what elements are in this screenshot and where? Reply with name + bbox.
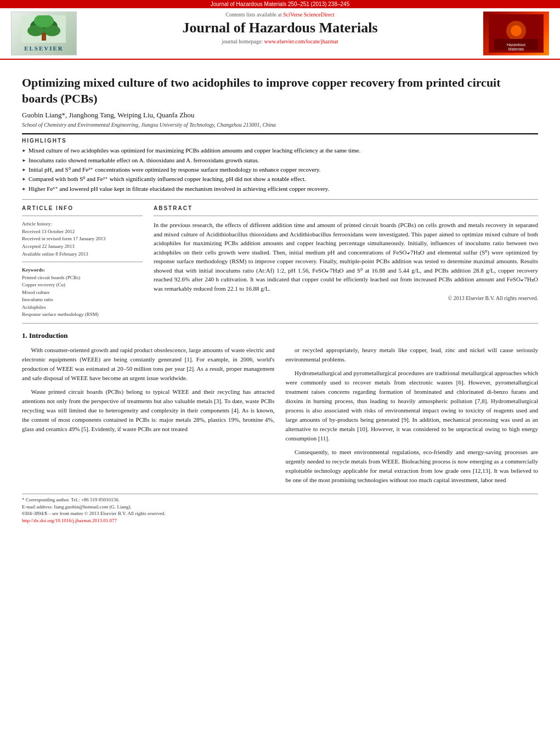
abstract-column: ABSTRACT In the previous research, the e… [154, 205, 538, 318]
highlight-item-2: Inoculums ratio showed remarkable effect… [22, 156, 538, 165]
footnote-3: 0304-3894/$ – see front matter © 2013 El… [22, 510, 538, 517]
divider-abstract [154, 216, 538, 216]
available-date: Available online 8 February 2013 [22, 251, 143, 258]
article-info-abstract-container: ARTICLE INFO Article history: Received 1… [22, 205, 538, 318]
divider-after-highlights [22, 199, 538, 200]
keywords-section: Keywords: Printed circuit boards (PCBs) … [22, 267, 143, 319]
highlight-item-5: Higher Fe³⁺ and lowered pH value kept in… [22, 184, 538, 194]
sciverse-link[interactable]: SciVerse ScienceDirect [283, 12, 335, 18]
divider-article-info [22, 216, 143, 216]
header-center: Contents lists available at SciVerse Sci… [77, 12, 483, 44]
highlights-section: HIGHLIGHTS Mixed culture of two acidophi… [22, 138, 538, 194]
journal-title-main: Journal of Hazardous Materials [88, 20, 472, 36]
svg-rect-4 [42, 33, 46, 41]
highlight-item-3: Initial pH, and S⁰ and Fe²⁺ concentratio… [22, 165, 538, 174]
svg-point-8 [511, 25, 522, 36]
copyright-text: © 2013 Elsevier B.V. All rights reserved… [154, 295, 538, 301]
introduction-section: 1. Introduction With consumer-oriented g… [22, 331, 538, 524]
highlight-item-4: Compared with both S⁰ and Fe²⁺ which sig… [22, 174, 538, 184]
keyword-1: Printed circuit boards (PCBs) [22, 274, 143, 282]
doi-link[interactable]: http://dx.doi.org/10.1016/j.jhazmat.2013… [22, 518, 117, 523]
highlight-item-1: Mixed culture of two acidophiles was opt… [22, 146, 538, 155]
main-content: Optimizing mixed culture of two acidophi… [0, 60, 560, 533]
intro-p2: Waste printed circuit boards (PCBs) belo… [22, 387, 275, 434]
homepage-link[interactable]: www.elsevier.com/locate/jhazmat [264, 38, 338, 44]
intro-left-col: With consumer-oriented growth and rapid … [22, 346, 275, 490]
journal-header: Journal of Hazardous Materials 250–251 (… [0, 0, 560, 60]
accepted-date: Accepted 22 January 2013 [22, 243, 143, 250]
intro-p5: Consequently, to meet environmental regu… [286, 448, 539, 485]
header-top: ELSEVIER Contents lists available at Sci… [0, 8, 560, 56]
keyword-4: Inoculums ratio [22, 296, 143, 304]
article-info-label: ARTICLE INFO [22, 205, 143, 211]
highlights-list: Mixed culture of two acidophiles was opt… [22, 146, 538, 194]
highlights-label: HIGHLIGHTS [22, 138, 538, 144]
history-label: Article history: [22, 220, 143, 228]
sciverse-line: Contents lists available at SciVerse Sci… [88, 12, 472, 18]
divider-keywords [22, 262, 143, 262]
article-history: Article history: Received 13 October 201… [22, 220, 143, 257]
svg-text:Hazardous: Hazardous [507, 43, 525, 47]
footnote-section: * Corresponding author. Tel.: +86 519 85… [22, 494, 538, 524]
intro-p1: With consumer-oriented growth and rapid … [22, 346, 275, 383]
keyword-5: Acidophiles [22, 304, 143, 312]
journal-cover-image: Hazardous Materials [483, 12, 549, 55]
intro-heading: 1. Introduction [22, 331, 538, 340]
keywords-label: Keywords: [22, 267, 143, 274]
elsevier-text: ELSEVIER [24, 45, 64, 52]
abstract-label: ABSTRACT [154, 205, 538, 211]
footnote-4: http://dx.doi.org/10.1016/j.jhazmat.2013… [22, 517, 538, 524]
footnote-1: * Corresponding author. Tel.: +86 519 85… [22, 496, 538, 504]
svg-text:Materials: Materials [508, 47, 524, 51]
intro-p3: or recycled appropriately, heavy metals … [286, 346, 539, 364]
journal-info-bar: Journal of Hazardous Materials 250–251 (… [0, 0, 560, 8]
journal-volume-info: Journal of Hazardous Materials 250–251 (… [211, 1, 350, 7]
intro-body-columns: With consumer-oriented growth and rapid … [22, 346, 538, 490]
keyword-2: Copper recovery (Cu) [22, 281, 143, 289]
article-info-column: ARTICLE INFO Article history: Received 1… [22, 205, 143, 318]
received-date: Received 13 October 2012 [22, 228, 143, 235]
hazmat-cover-icon: Hazardous Materials [489, 14, 544, 53]
page-wrapper: Journal of Hazardous Materials 250–251 (… [0, 0, 560, 533]
intro-p4: Hydrometallurgical and pyrometallurgical… [286, 369, 539, 443]
divider-after-affiliation [22, 133, 538, 134]
affiliation: School of Chemistry and Environmental En… [22, 122, 538, 128]
homepage-line: journal homepage: www.elsevier.com/locat… [88, 38, 472, 44]
elsevier-logo: ELSEVIER [11, 12, 77, 55]
authors: Guobin Liang*, Jianghong Tang, Weiping L… [22, 111, 538, 120]
intro-right-col: or recycled appropriately, heavy metals … [286, 346, 539, 490]
footnote-2: E-mail address: liang.guobin@hotmail.com… [22, 504, 538, 511]
keyword-3: Mixed culture [22, 289, 143, 297]
received-revised-date: Received in revised form 17 January 2013 [22, 235, 143, 242]
divider-body [22, 323, 538, 324]
article-title: Optimizing mixed culture of two acidophi… [22, 75, 538, 106]
abstract-text: In the previous research, the effects of… [154, 220, 538, 293]
elsevier-tree-icon [22, 15, 66, 43]
keyword-6: Response surface methodology (RSM) [22, 311, 143, 319]
